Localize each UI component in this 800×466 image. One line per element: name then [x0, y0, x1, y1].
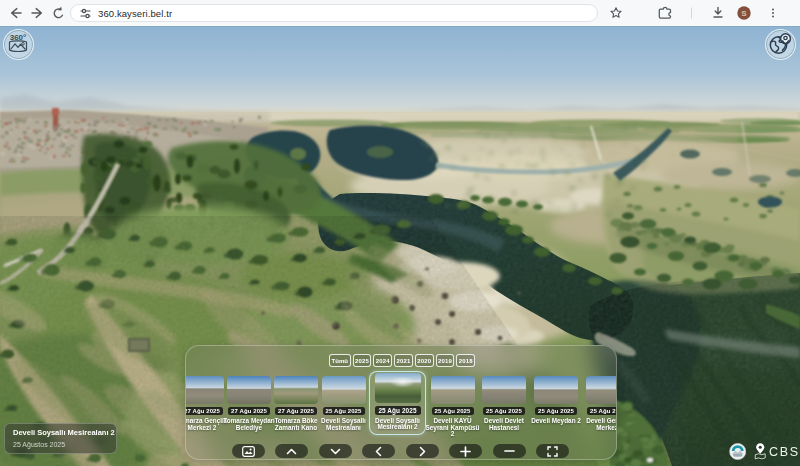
svg-text:S: S: [741, 9, 747, 18]
